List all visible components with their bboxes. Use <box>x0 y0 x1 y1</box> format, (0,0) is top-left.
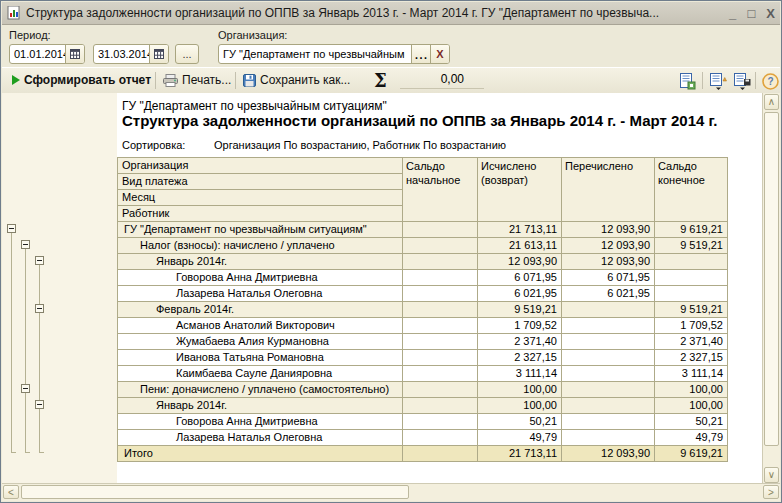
value-cell[interactable]: 1 709,52 <box>478 318 562 334</box>
value-cell[interactable]: 12 093,90 <box>562 446 655 462</box>
value-cell[interactable] <box>562 366 655 382</box>
value-cell[interactable]: 21 713,11 <box>478 446 562 462</box>
value-cell[interactable]: 50,21 <box>655 414 728 430</box>
value-cell[interactable]: 9 519,21 <box>655 238 728 254</box>
generate-report-button[interactable]: Сформировать отчет <box>12 68 151 92</box>
value-cell[interactable] <box>562 302 655 318</box>
header-opening-balance[interactable]: Сальдо начальное <box>403 158 478 222</box>
tree-collapse-icon[interactable] <box>21 240 30 249</box>
value-cell[interactable] <box>562 398 655 414</box>
scroll-up-icon[interactable]: ∧ <box>764 94 779 110</box>
value-cell[interactable] <box>403 414 478 430</box>
header-closing-balance[interactable]: Сальдо конечное <box>655 158 728 222</box>
header-payment-type[interactable]: Вид платежа <box>118 174 403 190</box>
value-cell[interactable] <box>403 334 478 350</box>
value-cell[interactable]: 3 111,14 <box>478 366 562 382</box>
row-label-cell[interactable]: Пени: доначислено / уплачено (самостояте… <box>118 382 403 398</box>
value-cell[interactable]: 3 111,14 <box>655 366 728 382</box>
date-from-input[interactable] <box>10 48 65 60</box>
tree-collapse-icon[interactable] <box>7 224 16 233</box>
row-label-cell[interactable]: Январь 2014г. <box>118 254 403 270</box>
row-label-cell[interactable]: Говорова Анна Дмитриевна <box>118 270 403 286</box>
calendar-icon[interactable] <box>65 45 84 63</box>
date-from-field[interactable] <box>9 44 85 64</box>
horizontal-scrollbar[interactable]: < > <box>2 483 780 501</box>
value-cell[interactable] <box>403 270 478 286</box>
value-cell[interactable]: 100,00 <box>478 398 562 414</box>
value-cell[interactable] <box>403 222 478 238</box>
value-cell[interactable]: 9 619,21 <box>655 222 728 238</box>
row-label-cell[interactable]: ГУ "Департамент по чрезвычайным ситуация… <box>118 222 403 238</box>
row-label-cell[interactable]: Жумабаева Алия Курмановна <box>118 334 403 350</box>
row-label-cell[interactable]: Итого <box>118 446 403 462</box>
header-accrued[interactable]: Исчислено (возврат) <box>478 158 562 222</box>
tree-collapse-icon[interactable] <box>21 384 30 393</box>
value-cell[interactable]: 6 021,95 <box>562 286 655 302</box>
help-button[interactable]: ? <box>759 71 781 91</box>
value-cell[interactable] <box>562 382 655 398</box>
value-cell[interactable]: 49,79 <box>655 430 728 446</box>
value-cell[interactable]: 12 093,90 <box>562 254 655 270</box>
vertical-scroll-thumb[interactable] <box>764 112 779 446</box>
value-cell[interactable] <box>562 318 655 334</box>
row-label-cell[interactable]: Асманов Анатолий Викторович <box>118 318 403 334</box>
value-cell[interactable]: 9 619,21 <box>655 446 728 462</box>
header-transferred[interactable]: Перечислено <box>562 158 655 222</box>
value-cell[interactable] <box>403 254 478 270</box>
save-as-button[interactable]: Сохранить как... <box>243 68 350 92</box>
row-label-cell[interactable]: Январь 2014г. <box>118 398 403 414</box>
value-cell[interactable] <box>403 430 478 446</box>
sum-value-field[interactable]: 0,00 <box>400 72 484 89</box>
value-cell[interactable]: 6 071,95 <box>562 270 655 286</box>
value-cell[interactable] <box>562 350 655 366</box>
scroll-down-icon[interactable]: ∨ <box>764 467 779 483</box>
value-cell[interactable] <box>655 254 728 270</box>
value-cell[interactable] <box>655 286 728 302</box>
date-to-field[interactable] <box>93 44 169 64</box>
value-cell[interactable]: 100,00 <box>478 382 562 398</box>
value-cell[interactable]: 100,00 <box>655 382 728 398</box>
calendar-icon[interactable] <box>149 45 168 63</box>
value-cell[interactable] <box>562 334 655 350</box>
value-cell[interactable]: 12 093,90 <box>562 222 655 238</box>
value-cell[interactable]: 100,00 <box>655 398 728 414</box>
value-cell[interactable]: 49,79 <box>478 430 562 446</box>
print-button[interactable]: Печать... <box>163 68 231 92</box>
value-cell[interactable]: 9 519,21 <box>478 302 562 318</box>
value-cell[interactable] <box>403 286 478 302</box>
value-cell[interactable]: 2 371,40 <box>655 334 728 350</box>
value-cell[interactable]: 9 519,21 <box>655 302 728 318</box>
period-more-button[interactable]: ... <box>175 44 199 64</box>
save-settings-button[interactable] <box>731 71 753 91</box>
horizontal-scroll-thumb[interactable] <box>21 485 409 499</box>
vertical-scrollbar[interactable]: ∧ ∨ <box>762 93 780 484</box>
sum-sigma-button[interactable]: Σ <box>374 68 387 92</box>
restore-settings-button[interactable] <box>707 71 729 91</box>
value-cell[interactable]: 6 021,95 <box>478 286 562 302</box>
value-cell[interactable] <box>403 398 478 414</box>
row-label-cell[interactable]: Лазарева Наталья Олеговна <box>118 286 403 302</box>
scroll-right-icon[interactable]: > <box>763 485 779 499</box>
value-cell[interactable]: 6 071,95 <box>478 270 562 286</box>
value-cell[interactable] <box>403 238 478 254</box>
value-cell[interactable]: 12 093,90 <box>562 238 655 254</box>
minimize-icon[interactable]: _ <box>723 6 742 21</box>
organization-clear-button[interactable]: X <box>430 45 449 63</box>
date-to-input[interactable] <box>94 48 149 60</box>
header-employee[interactable]: Работник <box>118 206 403 222</box>
value-cell[interactable] <box>403 366 478 382</box>
value-cell[interactable]: 21 613,11 <box>478 238 562 254</box>
header-month[interactable]: Месяц <box>118 190 403 206</box>
value-cell[interactable] <box>403 382 478 398</box>
value-cell[interactable]: 12 093,90 <box>478 254 562 270</box>
report-settings-button[interactable] <box>676 71 698 91</box>
value-cell[interactable]: 21 713,11 <box>478 222 562 238</box>
organization-value[interactable]: ГУ "Департамент по чрезвычайным <box>219 48 411 60</box>
row-label-cell[interactable]: Каимбаева Сауле Данияровна <box>118 366 403 382</box>
row-label-cell[interactable]: Февраль 2014г. <box>118 302 403 318</box>
header-organization[interactable]: Организация <box>118 158 403 174</box>
value-cell[interactable] <box>403 446 478 462</box>
maximize-icon[interactable]: □ <box>742 6 761 21</box>
value-cell[interactable]: 1 709,52 <box>655 318 728 334</box>
row-label-cell[interactable]: Лазарева Наталья Олеговна <box>118 430 403 446</box>
